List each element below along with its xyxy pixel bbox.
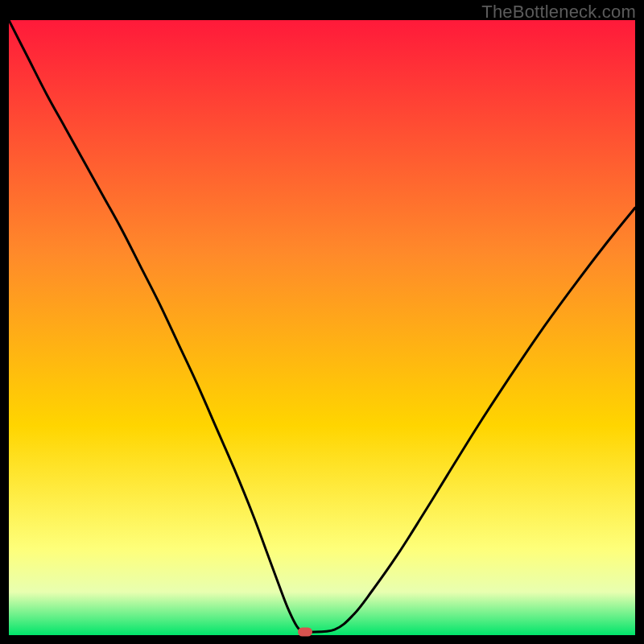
bottleneck-chart bbox=[9, 20, 635, 635]
gradient-background bbox=[9, 20, 635, 635]
chart-frame bbox=[9, 20, 635, 635]
optimum-marker bbox=[298, 628, 312, 637]
